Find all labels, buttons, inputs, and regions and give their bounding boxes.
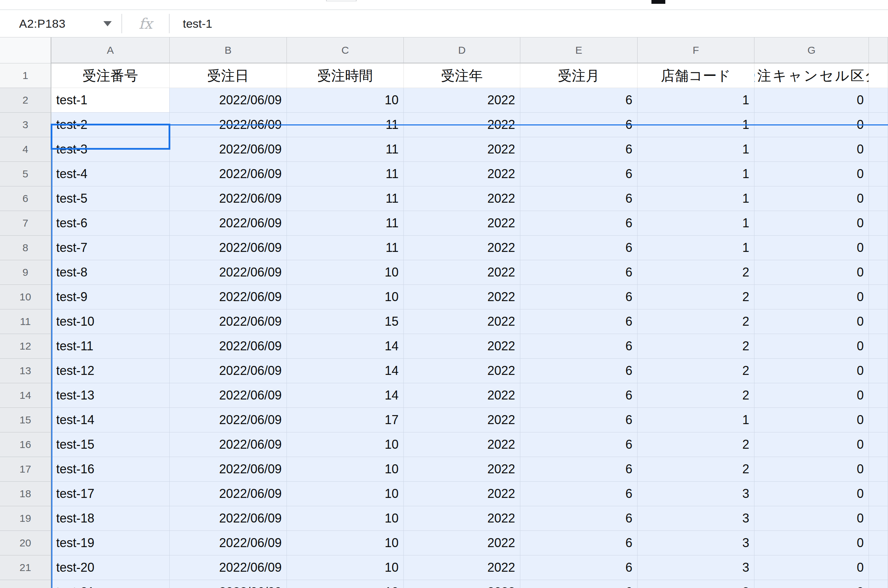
row-header-14[interactable]: 14 — [0, 383, 51, 408]
cell[interactable]: test-11 — [51, 334, 170, 358]
cell[interactable]: 0 — [754, 211, 869, 236]
cell[interactable]: 3 — [638, 506, 754, 531]
cell[interactable]: test-15 — [51, 432, 170, 457]
cell[interactable]: 2 — [638, 457, 754, 482]
cell[interactable]: 2022 — [404, 88, 520, 112]
cell[interactable]: 3 — [638, 531, 754, 555]
cell[interactable]: test-7 — [51, 236, 170, 260]
cell[interactable]: 6 — [520, 88, 638, 112]
cell[interactable]: 6 — [520, 482, 638, 506]
cell[interactable]: 2022 — [404, 580, 520, 588]
cell[interactable]: 0 — [754, 334, 869, 358]
cell[interactable]: 0 — [754, 555, 869, 580]
cell[interactable]: 2022/06/09 — [170, 162, 287, 186]
cell[interactable] — [869, 88, 888, 112]
cell[interactable]: 2 — [638, 432, 754, 457]
row-header-20[interactable]: 20 — [0, 531, 51, 555]
cell[interactable]: 2 — [638, 383, 754, 408]
column-header-b[interactable]: B — [170, 37, 287, 63]
column-header-f[interactable]: F — [638, 37, 754, 63]
cell[interactable]: 6 — [520, 457, 638, 482]
cell[interactable]: 6 — [520, 211, 638, 236]
cell[interactable]: 1 — [638, 211, 754, 236]
cell[interactable]: 2 — [638, 334, 754, 358]
cell[interactable]: test-4 — [51, 162, 170, 186]
cell[interactable]: 0 — [754, 457, 869, 482]
cell[interactable]: 2022 — [404, 236, 520, 260]
cell[interactable]: 11 — [287, 211, 404, 236]
row-header-2[interactable]: 2 — [0, 88, 51, 112]
cell[interactable] — [869, 137, 888, 162]
cell[interactable]: 2022/06/09 — [170, 580, 287, 588]
cell[interactable]: 6 — [520, 555, 638, 580]
cell[interactable]: 2022 — [404, 309, 520, 334]
column-header-a[interactable]: A — [51, 37, 170, 63]
cell[interactable]: 2022/06/09 — [170, 408, 287, 432]
cell[interactable]: 2022 — [404, 408, 520, 432]
cell[interactable] — [869, 285, 888, 309]
cell[interactable]: 6 — [520, 506, 638, 531]
cell[interactable]: 2022/06/09 — [170, 236, 287, 260]
cell[interactable]: 17 — [287, 408, 404, 432]
cell[interactable]: 2022 — [404, 482, 520, 506]
cell[interactable]: 6 — [520, 531, 638, 555]
row-header-11[interactable]: 11 — [0, 309, 51, 334]
cell[interactable]: 6 — [520, 162, 638, 186]
cell[interactable]: 2022/06/09 — [170, 137, 287, 162]
cell[interactable]: 1 — [638, 236, 754, 260]
column-header-d[interactable]: D — [404, 37, 520, 63]
cell[interactable]: 2022 — [404, 358, 520, 383]
cell[interactable]: 1 — [638, 137, 754, 162]
cell[interactable]: 3 — [638, 555, 754, 580]
cell[interactable]: 10 — [287, 506, 404, 531]
cell[interactable]: 2022/06/09 — [170, 309, 287, 334]
cell[interactable]: test-20 — [51, 555, 170, 580]
cell[interactable] — [869, 260, 888, 285]
cell[interactable] — [869, 334, 888, 358]
field-header-cell[interactable] — [869, 63, 888, 88]
cell[interactable]: 2022/06/09 — [170, 260, 287, 285]
cell[interactable]: 0 — [754, 531, 869, 555]
cell[interactable] — [869, 211, 888, 236]
cell[interactable]: test-1 — [51, 88, 170, 112]
cell[interactable]: 14 — [287, 383, 404, 408]
cell[interactable]: 10 — [287, 88, 404, 112]
cell[interactable]: 2022/06/09 — [170, 88, 287, 112]
cell[interactable]: 14 — [287, 334, 404, 358]
cell[interactable]: 0 — [754, 383, 869, 408]
select-all-corner[interactable] — [0, 37, 51, 63]
cell[interactable]: test-3 — [51, 137, 170, 162]
cell[interactable]: 6 — [520, 236, 638, 260]
cell[interactable]: 2022/06/09 — [170, 482, 287, 506]
cell[interactable]: 0 — [754, 260, 869, 285]
cell[interactable] — [869, 531, 888, 555]
row-header-8[interactable]: 8 — [0, 236, 51, 260]
row-header-21[interactable]: 21 — [0, 555, 51, 580]
cell[interactable]: test-19 — [51, 531, 170, 555]
cell[interactable]: 2022/06/09 — [170, 457, 287, 482]
cell[interactable]: 2022 — [404, 432, 520, 457]
cell[interactable]: 10 — [287, 531, 404, 555]
row-header-7[interactable]: 7 — [0, 211, 51, 236]
cell[interactable]: test-21 — [51, 580, 170, 588]
cell[interactable]: 2022 — [404, 334, 520, 358]
cell[interactable]: 2022/06/09 — [170, 383, 287, 408]
cell[interactable]: 0 — [754, 309, 869, 334]
cell[interactable]: 2022 — [404, 506, 520, 531]
cell[interactable]: 6 — [520, 137, 638, 162]
cell[interactable]: 11 — [287, 137, 404, 162]
cell[interactable]: test-8 — [51, 260, 170, 285]
cell[interactable]: 2022 — [404, 555, 520, 580]
column-header-g[interactable]: G — [754, 37, 869, 63]
cell[interactable]: 11 — [287, 236, 404, 260]
cell[interactable]: 10 — [287, 580, 404, 588]
row-header-17[interactable]: 17 — [0, 457, 51, 482]
cell[interactable] — [869, 432, 888, 457]
cell[interactable]: 2022/06/09 — [170, 334, 287, 358]
cell[interactable] — [869, 186, 888, 211]
cell[interactable]: 0 — [754, 236, 869, 260]
cell[interactable]: 3 — [638, 580, 754, 588]
cell[interactable]: 1 — [638, 408, 754, 432]
cell[interactable] — [869, 482, 888, 506]
cell[interactable]: 6 — [520, 334, 638, 358]
